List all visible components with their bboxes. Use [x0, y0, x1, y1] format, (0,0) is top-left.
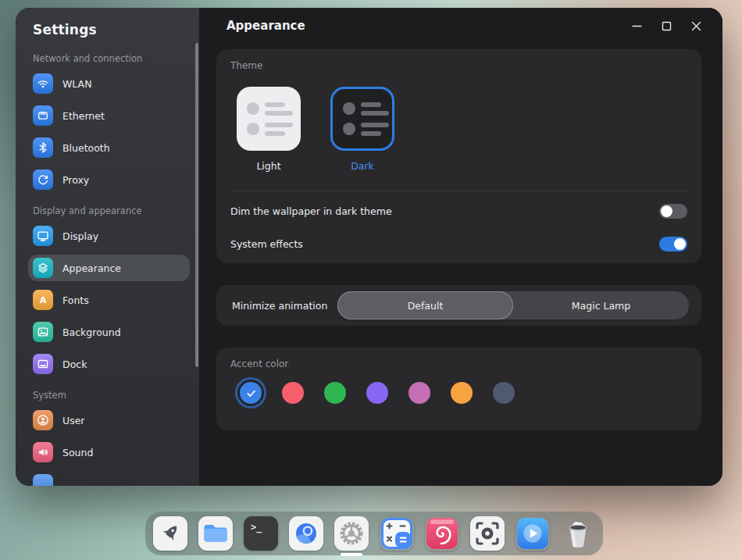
sidebar-item-fonts[interactable]: A Fonts — [28, 287, 190, 313]
dock-item-trash[interactable] — [561, 516, 595, 551]
accent-color-label: Accent color — [230, 358, 687, 369]
preview-row — [247, 123, 301, 136]
preview-bar — [361, 111, 389, 116]
titlebar: Appearance — [199, 8, 722, 44]
swatch-orange[interactable] — [451, 382, 473, 404]
light-theme-label: Light — [256, 160, 280, 172]
sidebar-item-appearance[interactable]: Appearance — [28, 255, 190, 281]
sidebar-item-sound[interactable]: Sound — [28, 439, 190, 465]
sidebar-item-dock[interactable]: Dock — [28, 351, 190, 377]
preview-bar — [265, 131, 285, 136]
swatch-red[interactable] — [282, 382, 304, 404]
dock-item-screenshot[interactable] — [470, 516, 505, 551]
preview-dot — [247, 123, 259, 135]
main-panel: Appearance Theme — [199, 8, 722, 486]
sidebar-item-label: Bluetooth — [62, 142, 110, 154]
capture-frame-icon — [470, 516, 505, 551]
dock-item-launcher[interactable] — [153, 516, 187, 551]
preview-bar — [361, 131, 381, 136]
dim-wallpaper-toggle[interactable] — [659, 204, 687, 219]
sidebar-item-background[interactable]: Background — [28, 319, 190, 345]
dock-item-terminal[interactable]: >_ — [244, 516, 278, 551]
preview-bar — [361, 123, 389, 127]
swatch-purple[interactable] — [366, 382, 388, 404]
picture-icon — [33, 322, 53, 342]
divider — [230, 191, 687, 191]
preview-bars — [361, 123, 389, 136]
sidebar-item-ethernet[interactable]: Ethernet — [28, 102, 190, 129]
swatch-gray[interactable] — [493, 382, 515, 404]
dark-theme-preview[interactable] — [330, 87, 394, 151]
swatch-green[interactable] — [324, 382, 346, 404]
sidebar-item-user[interactable]: User — [28, 407, 190, 433]
theme-section-label: Theme — [230, 60, 687, 71]
animation-segmented-control: Default Magic Lamp — [337, 291, 689, 319]
sidebar-item-label: Dock — [62, 358, 87, 370]
swatch-pink[interactable] — [408, 382, 430, 404]
sidebar-item-label: Ethernet — [62, 110, 105, 122]
bluetooth-icon — [33, 137, 53, 158]
sidebar-item-label: Proxy — [62, 174, 89, 186]
layers-icon — [33, 258, 53, 278]
accent-color-card: Accent color — [216, 348, 701, 430]
dock-item-media-player[interactable] — [515, 516, 550, 551]
preview-bar — [265, 102, 285, 107]
sidebar-item-wlan[interactable]: WLAN — [28, 70, 190, 97]
settings-content: Theme — [199, 44, 722, 430]
dock-item-calculator[interactable] — [380, 516, 414, 551]
maximize-button[interactable] — [657, 16, 676, 35]
refresh-arrows-icon — [33, 169, 53, 190]
terminal-prompt-icon: >_ — [244, 516, 278, 551]
sidebar-item-partial[interactable] — [28, 471, 190, 486]
light-theme-preview[interactable] — [237, 87, 301, 151]
sidebar: Settings Network and connection WLAN Eth… — [16, 8, 199, 486]
system-effects-row: System effects — [230, 230, 687, 257]
calculator-icon — [380, 516, 414, 551]
section-label-system: System — [33, 390, 182, 401]
minimize-button[interactable] — [627, 16, 646, 35]
accent-swatches — [240, 382, 687, 404]
gear-icon — [334, 516, 369, 551]
dock-item-browser[interactable] — [289, 516, 323, 551]
preview-row — [247, 102, 301, 116]
preview-bar — [265, 111, 293, 116]
preview-row — [343, 102, 392, 116]
dim-wallpaper-label: Dim the wallpaper in dark theme — [230, 205, 392, 217]
sidebar-item-display[interactable]: Display — [28, 223, 190, 249]
system-effects-label: System effects — [230, 238, 303, 250]
window-controls — [627, 16, 705, 35]
dock-item-file-manager[interactable] — [198, 516, 233, 551]
active-app-indicator — [341, 553, 362, 556]
close-button[interactable] — [687, 16, 705, 35]
sidebar-item-label: Background — [62, 326, 121, 338]
minimize-animation-card: Minimize animation Default Magic Lamp — [216, 285, 701, 326]
clipped-app-icon — [33, 474, 53, 486]
section-label-network: Network and connection — [33, 53, 182, 64]
system-effects-toggle[interactable] — [659, 237, 687, 251]
page-title: Appearance — [227, 19, 305, 33]
swirl-icon — [425, 516, 459, 551]
sidebar-item-proxy[interactable]: Proxy — [28, 166, 190, 193]
preview-bar — [265, 123, 293, 127]
speaker-icon — [33, 442, 53, 462]
sidebar-item-bluetooth[interactable]: Bluetooth — [28, 134, 190, 161]
preview-dot — [343, 102, 355, 115]
toggle-knob — [674, 238, 686, 250]
preview-bars — [361, 102, 389, 116]
dock-item-app-store[interactable] — [425, 516, 459, 551]
dock: >_ — [145, 512, 603, 555]
browser-globe-icon — [289, 516, 323, 551]
theme-options: Light — [237, 87, 687, 172]
theme-option-light[interactable]: Light — [237, 87, 301, 172]
swatch-blue[interactable] — [240, 382, 262, 404]
folder-icon — [198, 516, 233, 551]
theme-option-dark[interactable]: Dark — [330, 87, 394, 172]
preview-bars — [265, 123, 293, 136]
dock-item-control-center[interactable] — [334, 516, 369, 551]
segment-magic-lamp[interactable]: Magic Lamp — [513, 291, 689, 319]
minimize-animation-label: Minimize animation — [232, 300, 327, 312]
app-title: Settings — [33, 22, 199, 37]
segment-default[interactable]: Default — [337, 291, 513, 319]
play-circle-icon — [515, 516, 550, 551]
sidebar-scrollbar[interactable] — [195, 43, 198, 367]
